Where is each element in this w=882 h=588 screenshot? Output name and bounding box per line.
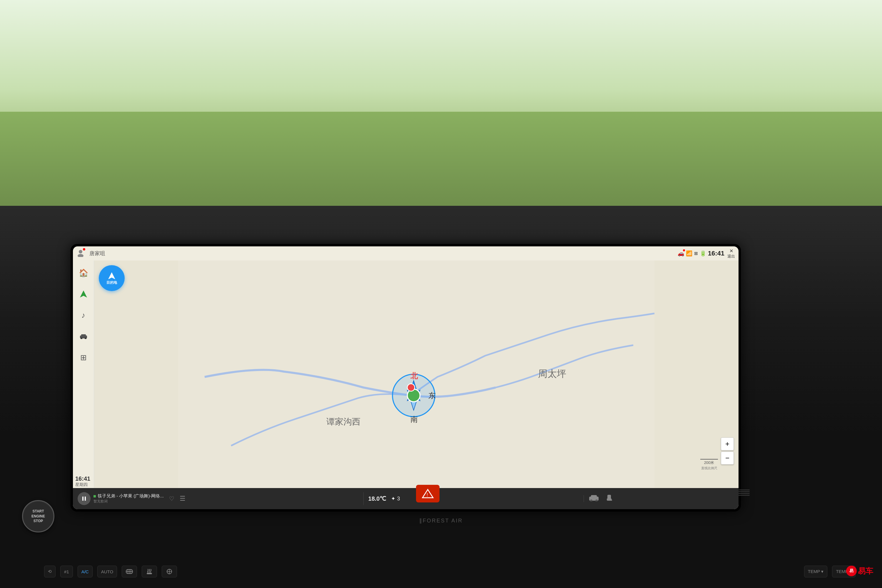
playlist-button[interactable]: ☰ [180, 495, 186, 502]
svg-text:!: ! [427, 492, 428, 498]
svg-text:东: 东 [428, 392, 436, 399]
engine-line3: STOP [33, 519, 43, 524]
zoom-out-button[interactable]: − [721, 452, 734, 465]
svg-text:谭家沟西: 谭家沟西 [326, 417, 360, 426]
steering-heat-button[interactable] [162, 566, 177, 578]
profile-icon-wrapper [76, 249, 85, 258]
favorite-button[interactable]: ♡ [169, 495, 174, 502]
music-subtitle: 暂无歌词 [93, 499, 164, 504]
music-title: 筷子兄弟 - 小苹果 (广场舞)-网络... [98, 494, 164, 499]
infotainment-screen: 唐家咀 🚗 📶 ⊠ 🔋 16:41 [73, 246, 738, 509]
network-icon: ⊠ [694, 251, 698, 256]
fan-icon: ✦ [391, 495, 395, 502]
car-body-icon [589, 494, 599, 501]
car-notification-dot [683, 249, 685, 251]
svg-text:周太坪: 周太坪 [538, 368, 566, 379]
temp-down-button[interactable]: TEMP ▾ [804, 566, 828, 578]
top-bar: 唐家咀 🚗 📶 ⊠ 🔋 16:41 [73, 246, 738, 261]
seat-svg-icon [605, 494, 613, 502]
music-section: 筷子兄弟 - 小苹果 (广场舞)-网络... 暂无歌词 ♡ ☰ [78, 492, 364, 505]
exit-label: 退出 [728, 254, 735, 259]
fan-section: ✦ 3 [391, 495, 400, 502]
top-bar-left: 唐家咀 [76, 249, 105, 258]
defrost-button[interactable] [122, 566, 137, 578]
svg-text:北: 北 [410, 372, 418, 380]
sidebar-home[interactable]: 🏠 [77, 266, 90, 279]
destination-label: 目的地 [106, 280, 117, 285]
zoom-controls: + − [721, 438, 734, 465]
day-display: 星期四 [75, 482, 90, 488]
forest-air-label: ∥FOREST AIR [419, 518, 463, 524]
svg-marker-18 [108, 272, 115, 279]
temperature-display: 18.0℃ [368, 495, 386, 502]
auto-button[interactable]: AUTO [98, 566, 117, 578]
pause-icon [81, 496, 87, 502]
control-strip: ⟲ #1 A/C AUTO [44, 563, 855, 580]
signal-icon: 📶 [686, 250, 692, 256]
play-pause-button[interactable] [78, 492, 90, 505]
sidebar-car[interactable] [77, 330, 90, 343]
nav-arrow-icon [80, 290, 88, 298]
dashboard: 唐家咀 🚗 📶 ⊠ 🔋 16:41 [0, 206, 882, 588]
recirculate-button[interactable]: ⟲ [44, 566, 56, 578]
steering-heat-icon [165, 568, 173, 575]
time-left-display: 16:41 星期四 [75, 476, 90, 488]
sidebar-apps[interactable]: ⊞ [77, 351, 90, 364]
easycar-symbol: 易 [846, 566, 857, 576]
svg-rect-22 [591, 495, 597, 498]
scale-line [700, 459, 718, 459]
start-engine-button[interactable]: START ENGINE STOP [22, 500, 54, 532]
climate-section: 18.0℃ ✦ 3 [364, 495, 584, 502]
car-icons-section [584, 494, 734, 504]
seat-icon[interactable] [605, 494, 613, 504]
location-label: 唐家咀 [89, 250, 105, 257]
exit-button[interactable]: ✕ 退出 [728, 248, 735, 259]
seat-heat-button[interactable] [142, 566, 157, 578]
fan-speed-display: 3 [397, 496, 400, 502]
car-front-icon[interactable] [589, 494, 599, 503]
svg-text:南: 南 [410, 415, 418, 423]
scale-subtext: 直线比例尺 [701, 466, 717, 470]
sidebar-navigation[interactable] [77, 288, 90, 300]
destination-arrow-icon [107, 272, 116, 280]
notification-dot [83, 248, 85, 250]
svg-rect-27 [610, 500, 612, 501]
svg-rect-20 [85, 496, 86, 501]
sidebar-music[interactable]: ♪ [77, 309, 90, 322]
map-svg: 周太坪 谭家沟西 北 东 南 [94, 261, 738, 488]
svg-point-1 [78, 254, 84, 257]
svg-rect-4 [81, 334, 86, 336]
left-sidebar: 🏠 ♪ ⊞ [73, 261, 94, 488]
preset1-button[interactable]: #1 [60, 566, 73, 578]
scale-indicator: 200米 直线比例尺 [700, 459, 718, 470]
map-area[interactable]: 周太坪 谭家沟西 北 东 南 [94, 261, 738, 488]
destination-button[interactable]: 目的地 [99, 265, 124, 291]
time-display: 16:41 [708, 250, 724, 257]
car-status-icon: 🚗 [678, 250, 684, 256]
engine-line2: ENGINE [32, 514, 45, 519]
svg-marker-2 [80, 291, 87, 297]
hazard-button[interactable]: ! [416, 485, 440, 502]
easycar-logo: 易 易车 [846, 566, 873, 576]
time-bottom-display: 16:41 [75, 476, 90, 482]
outside-view [0, 0, 882, 224]
svg-point-0 [79, 250, 82, 254]
svg-point-17 [407, 384, 414, 391]
battery-icon: 🔋 [700, 250, 706, 256]
screen-container: 唐家咀 🚗 📶 ⊠ 🔋 16:41 [70, 244, 741, 512]
easycar-text: 易车 [858, 566, 873, 576]
defrost-icon [126, 568, 133, 575]
svg-rect-19 [82, 496, 84, 501]
music-active-dot [93, 495, 96, 498]
svg-rect-32 [147, 573, 152, 574]
top-bar-right: 🚗 📶 ⊠ 🔋 16:41 ✕ 退出 [678, 248, 735, 259]
svg-rect-25 [608, 495, 611, 499]
music-info: 筷子兄弟 - 小苹果 (广场舞)-网络... 暂无歌词 [93, 494, 164, 504]
ac-button[interactable]: A/C [78, 566, 93, 578]
zoom-in-button[interactable]: + [721, 438, 734, 450]
hazard-triangle-icon: ! [421, 488, 434, 499]
engine-line1: START [32, 509, 44, 514]
car-icon [80, 334, 88, 339]
scale-label: 200米 [704, 460, 714, 465]
seat-heat-icon [146, 568, 153, 575]
